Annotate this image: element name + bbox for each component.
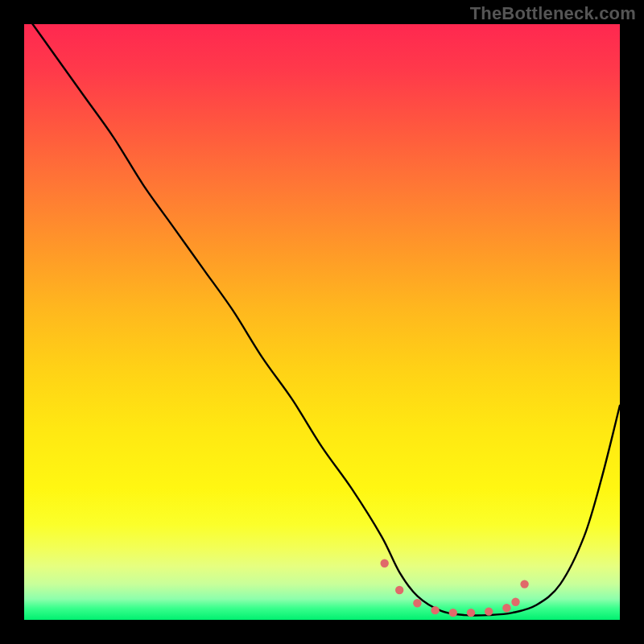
- bottleneck-curve: [24, 24, 620, 616]
- valley-dot: [511, 598, 519, 606]
- valley-dot: [520, 580, 528, 588]
- chart-frame: TheBottleneck.com: [0, 0, 644, 644]
- valley-dot: [381, 559, 389, 568]
- curve-svg: [24, 24, 620, 620]
- plot-area: [24, 24, 620, 620]
- watermark-text: TheBottleneck.com: [470, 3, 636, 24]
- valley-dot: [413, 599, 421, 607]
- valley-dots: [381, 559, 529, 617]
- valley-dot: [485, 607, 493, 615]
- valley-dot: [449, 609, 457, 617]
- valley-dot: [502, 604, 510, 612]
- valley-dot: [467, 609, 475, 617]
- valley-dot: [395, 586, 403, 594]
- valley-dot: [431, 606, 439, 614]
